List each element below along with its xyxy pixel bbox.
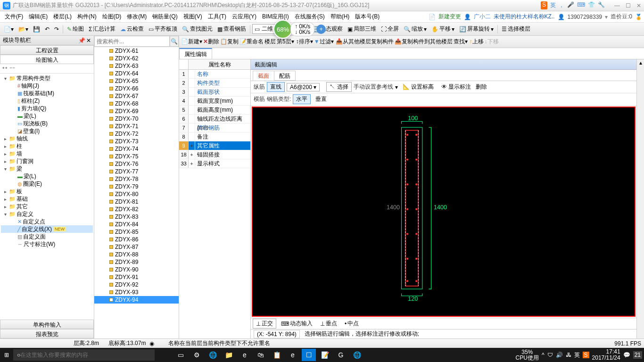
task-app-8[interactable]: 🌐: [350, 349, 364, 361]
section-canvas[interactable]: 1400 1400 120 100: [252, 107, 636, 317]
component-item[interactable]: ZDYX-82: [94, 206, 179, 213]
new-button[interactable]: 📄新建▾: [181, 38, 202, 46]
component-item[interactable]: ZDYX-74: [94, 145, 179, 153]
tab-section[interactable]: 截面: [253, 71, 274, 81]
nav-tab-draw[interactable]: 绘图输入: [0, 55, 94, 64]
menu-file[interactable]: 文件(F): [2, 12, 26, 22]
property-row[interactable]: 7其它钢筋: [179, 123, 250, 132]
property-row[interactable]: 18+锚固搭接: [179, 150, 250, 159]
tree-item[interactable]: ▨自定义面: [1, 233, 93, 240]
component-item[interactable]: ZDYX-81: [94, 198, 179, 206]
tree-item[interactable]: ◍圈梁(E): [1, 180, 93, 188]
line-button[interactable]: 直线: [267, 82, 285, 92]
menu-floor[interactable]: 楼层(L): [50, 12, 74, 22]
tab-rebar[interactable]: 配筋: [274, 71, 296, 81]
tray-shield-icon[interactable]: 🛡: [547, 352, 553, 358]
search-button[interactable]: 🔍: [170, 36, 179, 47]
component-item[interactable]: ZDYX-67: [94, 92, 179, 100]
user-link[interactable]: 广小二: [474, 13, 491, 21]
component-list[interactable]: ZDYX-61ZDYX-62ZDYX-63ZDYX-64ZDYX-65ZDYX-…: [94, 47, 179, 338]
price-bean[interactable]: 造价豆:0: [611, 13, 632, 21]
tree-item[interactable]: ◪壁龛(I): [1, 127, 93, 135]
tree-item[interactable]: ▾📁自定义: [1, 210, 93, 218]
component-item[interactable]: ZDYX-77: [94, 168, 179, 175]
property-row[interactable]: 1名称: [179, 70, 250, 79]
right-scrollbar[interactable]: ▴: [636, 59, 644, 338]
mid-button[interactable]: • 中点: [342, 319, 362, 328]
component-item[interactable]: ZDYX-72: [94, 130, 179, 138]
tray-up-icon[interactable]: ^: [542, 352, 545, 358]
delete-mark-button[interactable]: 删除: [476, 83, 487, 91]
task-app-3[interactable]: 📁: [222, 349, 236, 361]
ime-kbd-icon[interactable]: ⌨: [577, 1, 585, 9]
property-row[interactable]: 5截面高度(mm): [179, 106, 250, 115]
property-row[interactable]: 3截面形状: [179, 88, 250, 97]
fullscreen-button[interactable]: ⛶全屏: [379, 24, 401, 34]
search-input[interactable]: [94, 36, 170, 47]
tray-ime-icon[interactable]: S: [583, 352, 589, 358]
component-item[interactable]: ZDYX-88: [94, 251, 179, 258]
component-item[interactable]: ZDYX-92: [94, 281, 179, 288]
tree-item[interactable]: ▯框柱(Z): [1, 97, 93, 105]
undo-icon[interactable]: ↶: [43, 25, 51, 33]
component-item[interactable]: ZDYX-69: [94, 107, 179, 115]
menu-tool[interactable]: 工具(T): [205, 12, 229, 22]
find-element-button[interactable]: 🔍查找图元: [180, 24, 215, 34]
component-item[interactable]: ZDYX-66: [94, 85, 179, 92]
tab-property[interactable]: 属性编辑: [179, 48, 212, 59]
spacing-combo[interactable]: A6@200 ▾: [287, 83, 320, 91]
component-item[interactable]: ZDYX-70: [94, 115, 179, 123]
ime-lang[interactable]: 英: [550, 1, 556, 9]
tray-badge[interactable]: 21: [633, 351, 642, 359]
component-item[interactable]: ZDYX-90: [94, 266, 179, 273]
tree-item[interactable]: ▾📁常用构件类型: [1, 74, 93, 82]
tree-item[interactable]: ▾📁梁: [1, 165, 93, 173]
tree-item[interactable]: ▦筏板基础(M): [1, 90, 93, 97]
menu-modify[interactable]: 修改(M): [124, 12, 149, 22]
newchange-link[interactable]: 新建变更: [438, 13, 461, 21]
component-item[interactable]: ZDYX-76: [94, 160, 179, 168]
component-item[interactable]: ZDYX-65: [94, 77, 179, 85]
select-floor-button[interactable]: ☰选择楼层: [500, 24, 532, 34]
open-icon[interactable]: 📂▾: [17, 25, 30, 33]
component-item[interactable]: ZDYX-91: [94, 273, 179, 281]
pan-button[interactable]: ✋平移▾: [429, 24, 456, 34]
copy-button[interactable]: 📋复制: [220, 38, 239, 46]
task-app-4[interactable]: 📋: [270, 349, 284, 361]
account-number[interactable]: 13907298339: [568, 14, 602, 20]
property-row[interactable]: 4截面宽度(mm): [179, 97, 250, 106]
tree-item[interactable]: ▸📁柱: [1, 142, 93, 150]
tree-item[interactable]: ▬梁(L): [1, 112, 93, 120]
component-item[interactable]: ZDYX-87: [94, 243, 179, 251]
menu-help[interactable]: 帮助(H): [328, 12, 353, 22]
ime-wrench-icon[interactable]: 🔧: [598, 1, 605, 9]
tree-item[interactable]: ▮剪力墙(Q): [1, 105, 93, 112]
move-down-button[interactable]: ↓下移: [485, 38, 499, 46]
task-view-icon[interactable]: ▭: [173, 349, 188, 361]
tree-item[interactable]: ▸📁其它: [1, 203, 93, 210]
vert-button[interactable]: 垂直: [313, 95, 330, 104]
dyn-input-button[interactable]: ⌨ 动态输入: [278, 319, 315, 328]
nav-tab-single[interactable]: 单构件输入: [0, 320, 94, 329]
component-item[interactable]: ZDYX-83: [94, 213, 179, 221]
menu-rebar[interactable]: 钢筋量(Q): [149, 12, 180, 22]
taskbar-search-input[interactable]: [20, 352, 151, 358]
component-item[interactable]: ZDYX-78: [94, 175, 179, 183]
ime-tool-icon[interactable]: 👕: [588, 1, 595, 9]
component-item[interactable]: ZDYX-93: [94, 288, 179, 296]
menu-view[interactable]: 视图(V): [181, 12, 205, 22]
copy-from-button[interactable]: 📥从其他楼层复制构件: [336, 38, 394, 46]
tree-item[interactable]: ▭现浇板(B): [1, 120, 93, 127]
draw-button[interactable]: ✎绘图: [65, 24, 86, 34]
menu-cloud[interactable]: 云应用(Y): [229, 12, 259, 22]
set-mark-button[interactable]: 📐 设置标高: [400, 82, 437, 91]
tree-item[interactable]: ▸📁板: [1, 188, 93, 195]
new-file-icon[interactable]: 📄▾: [2, 25, 16, 33]
nav-tab-report[interactable]: 报表预览: [0, 329, 94, 338]
nav-expand-icon[interactable]: ⁺⁺: [2, 66, 8, 72]
nav-tab-project[interactable]: 工程设置: [0, 45, 94, 55]
task-store-icon[interactable]: 🛍: [254, 349, 268, 361]
tree-item[interactable]: ▸📁门窗洞: [1, 157, 93, 165]
task-app-1[interactable]: ⚙: [190, 349, 204, 361]
ortho-button[interactable]: ⊥ 正交: [253, 319, 276, 329]
